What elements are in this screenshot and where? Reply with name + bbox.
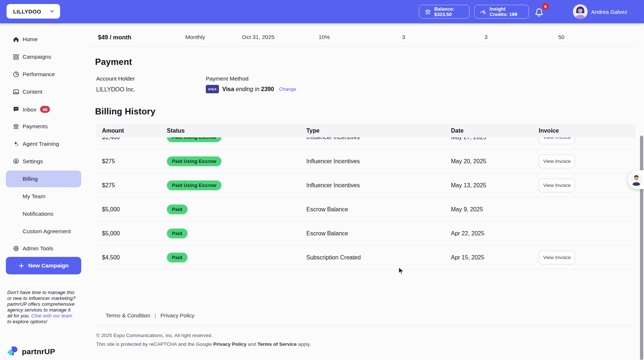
insight-chart-icon (480, 8, 487, 15)
sidebar-item-label: Custom Agreement (23, 228, 71, 235)
terms-condition-link[interactable]: Terms & Condition (106, 312, 150, 318)
user-name: Andrea Galvez (591, 0, 627, 23)
type-cell: Influencer Incentives (306, 158, 360, 165)
column-header-amount: Amount (102, 128, 124, 134)
bank-icon (424, 8, 431, 15)
campaigns-icon (12, 53, 20, 60)
plan-value-3: 50 (558, 34, 564, 40)
status-badge: Paid Using Escrow (167, 180, 221, 191)
status-cell: Paid (167, 204, 188, 215)
sidebar-item-label: Performance (23, 71, 55, 78)
date-cell: May 9, 2025 (451, 206, 483, 213)
status-badge: Paid (167, 253, 188, 263)
sidebar-item-label: Admin Tools (23, 245, 53, 252)
billing-table-body: $1,400Paid Using EscrowInfluencer Incent… (96, 125, 636, 270)
google-terms-link[interactable]: Terms of Service (258, 341, 297, 347)
payment-method-value: VISA Visa ending in 2390 Change (206, 85, 296, 93)
agent-training-icon (12, 140, 20, 148)
sidebar-item-admin-tools[interactable]: Admin Tools (0, 243, 86, 254)
sidebar-item-notifications[interactable]: Notifications (0, 208, 86, 220)
top-bar: LILLYDOO Balance: $323.50 Insight Credit… (0, 0, 644, 23)
billing-history-table: Amount Status Type Date Invoice $1,400Pa… (96, 124, 636, 270)
copyright-text: © 2025 Expo Communications, Inc. All rig… (96, 333, 213, 338)
chevron-down-icon (49, 8, 55, 14)
plan-price: $49 / month (98, 34, 131, 41)
new-campaign-button[interactable]: New Campaign (6, 257, 81, 274)
view-invoice-button[interactable]: View Invoice (539, 179, 575, 192)
scrollbar-thumb[interactable] (640, 136, 643, 360)
account-holder-value: LILLYDOO Inc. (96, 86, 135, 93)
card-last4: 2390 (261, 86, 274, 92)
plan-value-1: 3 (402, 34, 405, 40)
sidebar-item-home[interactable]: Home (0, 34, 86, 45)
performance-icon (12, 71, 20, 78)
plan-cadence: Monthly (185, 34, 205, 40)
agency-promo-text: Don't have time to manage this or new to… (7, 290, 76, 325)
card-description: Visa ending in 2390 (222, 86, 274, 93)
workspace-dropdown[interactable]: LILLYDOO (7, 4, 60, 19)
amount-cell: $275 (102, 158, 115, 165)
sidebar-item-label: Content (23, 89, 42, 95)
change-payment-link[interactable]: Change (279, 86, 296, 92)
table-row: $5,000PaidEscrow BalanceApr 22, 2025 (96, 222, 636, 246)
sidebar-item-label: Settings (23, 158, 43, 165)
main-content: $49 / month Monthly Oct 31, 2025 10% 3 3… (86, 23, 644, 360)
promo-after: to explore options! (7, 319, 47, 324)
plan-value-2: 3 (484, 34, 488, 40)
sidebar-item-label: Billing (23, 176, 38, 182)
card-ending-text: ending in (236, 86, 259, 92)
sidebar-item-agent-training[interactable]: Agent Training (0, 138, 86, 150)
sidebar-item-campaigns[interactable]: Campaigns (0, 51, 86, 63)
partnrup-logo-icon (7, 345, 20, 358)
admin-tools-icon (12, 245, 20, 252)
user-avatar[interactable] (573, 4, 588, 19)
recaptcha-notice: This site is protected by reCAPTCHA and … (96, 341, 311, 347)
balance-label: Balance: $323.50 (434, 6, 464, 17)
type-cell: Influencer Incentives (306, 182, 360, 189)
amount-cell: $5,000 (102, 206, 120, 213)
amount-cell: $5,000 (102, 230, 120, 237)
payment-method-label: Payment Method (206, 75, 248, 82)
view-invoice-button[interactable]: View Invoice (539, 251, 575, 265)
sidebar-item-payments[interactable]: Payments (0, 121, 86, 132)
view-invoice-button[interactable]: View Invoice (539, 154, 575, 168)
sidebar-item-inbox[interactable]: Inbox49 (0, 103, 86, 115)
footer-divider (96, 326, 636, 326)
recaptcha-prefix: This site is protected by reCAPTCHA and … (96, 341, 213, 347)
insight-credits-button[interactable]: Insight Credits: 199 (474, 5, 529, 19)
sidebar-item-my-team[interactable]: My Team (0, 191, 86, 202)
sidebar-item-label: My Team (23, 193, 46, 200)
sidebar-item-performance[interactable]: Performance (0, 69, 86, 80)
amount-cell: $275 (102, 182, 115, 189)
partnrup-logo: partnrUP (7, 345, 55, 358)
status-badge: Paid (167, 228, 188, 239)
home-icon (12, 36, 20, 43)
balance-button[interactable]: Balance: $323.50 (419, 5, 470, 19)
chat-with-team-link[interactable]: Chat with our team (31, 313, 72, 318)
plan-percentage: 10% (318, 34, 330, 40)
sidebar-item-settings[interactable]: Settings (0, 156, 86, 167)
billing-page: LILLYDOO Balance: $323.50 Insight Credit… (0, 0, 644, 360)
sidebar-item-content[interactable]: Content (0, 86, 86, 98)
google-privacy-policy-link[interactable]: Privacy Policy (213, 341, 247, 347)
date-cell: May 20, 2025 (451, 158, 486, 165)
date-cell: Apr 22, 2025 (451, 230, 484, 237)
type-cell: Escrow Balance (306, 230, 348, 237)
sidebar-item-label: Campaigns (23, 54, 51, 60)
chat-agent-avatar (630, 173, 643, 186)
sidebar-item-label: Payments (23, 123, 48, 130)
card-brand: Visa (222, 86, 234, 92)
chat-widget-button[interactable] (628, 170, 644, 189)
column-header-type: Type (306, 128, 319, 134)
sidebar-item-custom-agreement[interactable]: Custom Agreement (0, 226, 86, 237)
payments-icon (12, 123, 20, 130)
column-header-status: Status (167, 128, 185, 134)
sidebar-item-billing[interactable]: Billing (6, 171, 81, 187)
table-row: $275Paid Using EscrowInfluencer Incentiv… (96, 173, 636, 197)
status-cell: Paid (167, 228, 188, 239)
notifications-bell-button[interactable]: 6 (533, 3, 550, 20)
status-badge: Paid Using Escrow (167, 156, 221, 167)
settings-icon (12, 158, 20, 165)
plan-renewal-date: Oct 31, 2025 (242, 34, 275, 40)
privacy-policy-link[interactable]: Privacy Policy (160, 312, 194, 318)
